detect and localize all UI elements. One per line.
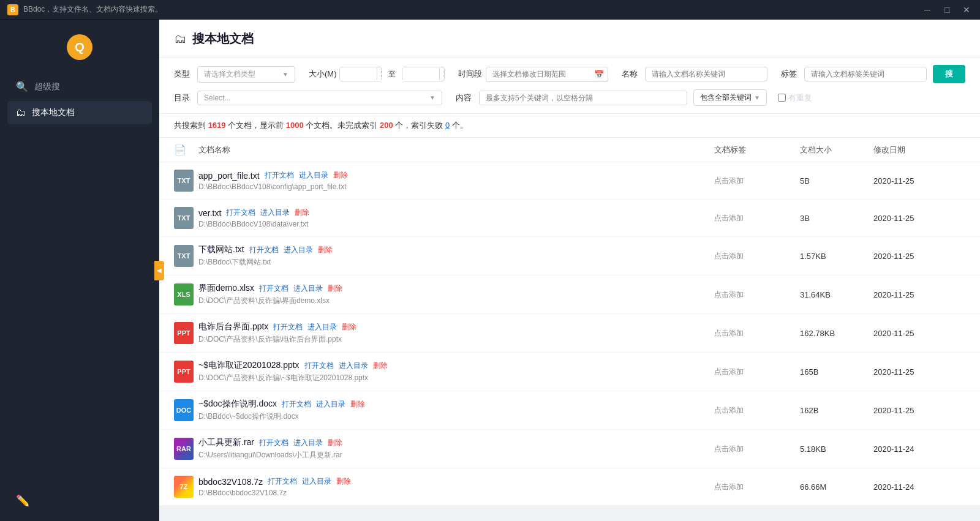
name-input[interactable] <box>645 67 767 81</box>
open-file-link[interactable]: 打开文档 <box>259 438 288 448</box>
delete-file-link[interactable]: 删除 <box>342 322 356 332</box>
maximize-button[interactable]: □ <box>941 4 953 16</box>
table-row[interactable]: 7Z bbdoc32V108.7z 打开文档 进入目录 删除 D:\BBdoc\… <box>159 468 980 506</box>
delete-file-link[interactable]: 删除 <box>328 283 342 294</box>
file-type-badge: DOC <box>174 399 194 421</box>
table-row[interactable]: DOC ~$doc操作说明.docx 打开文档 进入目录 删除 D:\BBdoc… <box>159 391 980 430</box>
file-icon-col: PPT <box>174 322 198 344</box>
minimize-button[interactable]: ─ <box>921 4 933 16</box>
open-file-link[interactable]: 打开文档 <box>282 399 311 410</box>
size-max-input[interactable] <box>402 67 439 81</box>
delete-file-link[interactable]: 删除 <box>318 245 333 255</box>
table-row[interactable]: PPT 电诈后台界面.pptx 打开文档 进入目录 删除 D:\DOC\产品资料… <box>159 314 980 353</box>
file-name-row: 小工具更新.rar 打开文档 进入目录 删除 <box>198 437 714 448</box>
file-name-row: ver.txt 打开文档 进入目录 删除 <box>198 208 714 218</box>
directory-select[interactable]: Select... ▼ <box>197 91 442 105</box>
directory-placeholder: Select... <box>204 94 230 102</box>
header-tags-col: 文档标签 <box>714 144 800 156</box>
size-min-input[interactable] <box>340 67 377 81</box>
results-area: 共搜索到 1619 个文档，显示前 1000 个文档。未完成索引 200 个，索… <box>159 114 980 521</box>
delete-file-link[interactable]: 删除 <box>373 361 388 371</box>
open-file-link[interactable]: 打开文档 <box>268 476 297 487</box>
add-tag-button[interactable]: 点击添加 <box>714 176 744 185</box>
table-row[interactable]: TXT ver.txt 打开文档 进入目录 删除 D:\BBdoc\BBdocV… <box>159 200 980 237</box>
add-tag-button[interactable]: 点击添加 <box>714 444 744 453</box>
file-type-badge: 7Z <box>174 476 194 498</box>
delete-file-link[interactable]: 删除 <box>336 476 351 487</box>
size-min-up[interactable]: ▲ <box>377 68 382 74</box>
table-row[interactable]: TXT 下载网站.txt 打开文档 进入目录 删除 D:\BBdoc\下载网站.… <box>159 237 980 275</box>
open-dir-link[interactable]: 进入目录 <box>307 322 337 332</box>
table-row[interactable]: XLS 界面demo.xlsx 打开文档 进入目录 删除 D:\DOC\产品资料… <box>159 275 980 314</box>
page-title-icon: 🗂 <box>174 32 186 46</box>
content-type-arrow: ▼ <box>754 94 760 101</box>
sidebar-item-super-search[interactable]: 🔍 超级搜 <box>7 75 152 99</box>
filter-row-1: 类型 请选择文档类型 ▼ 大小(M) ▲ ▼ 至 ▲ <box>174 65 965 83</box>
file-path: C:\Users\litiangui\Downloads\小工具更新.rar <box>198 450 714 460</box>
file-size: 5.18KB <box>800 444 873 454</box>
file-size: 162.78KB <box>800 329 873 338</box>
type-placeholder: 请选择文档类型 <box>204 69 255 80</box>
open-dir-link[interactable]: 进入目录 <box>316 399 345 410</box>
file-path: D:\DOC\产品资料\反诈骗\电诈后台界面.pptx <box>198 334 714 345</box>
delete-file-link[interactable]: 删除 <box>333 170 348 181</box>
sidebar-item-local-docs[interactable]: 🗂 搜本地文档 <box>7 101 152 124</box>
add-tag-button[interactable]: 点击添加 <box>714 329 744 337</box>
add-tag-button[interactable]: 点击添加 <box>714 367 744 376</box>
close-button[interactable]: ✕ <box>960 4 973 16</box>
open-dir-link[interactable]: 进入目录 <box>284 245 313 255</box>
file-icon-col: TXT <box>174 207 198 229</box>
file-info: ~$电诈取证20201028.pptx 打开文档 进入目录 删除 D:\DOC\… <box>198 360 714 383</box>
content-type-select[interactable]: 包含全部关键词 ▼ <box>693 89 767 106</box>
add-tag-button[interactable]: 点击添加 <box>714 406 744 414</box>
open-dir-link[interactable]: 进入目录 <box>293 438 323 448</box>
open-file-link[interactable]: 打开文档 <box>265 170 294 181</box>
add-tag-button[interactable]: 点击添加 <box>714 214 744 222</box>
search-button[interactable]: 搜 <box>933 65 965 83</box>
size-max-down[interactable]: ▼ <box>440 74 445 80</box>
open-dir-link[interactable]: 进入目录 <box>293 283 323 294</box>
open-file-link[interactable]: 打开文档 <box>304 361 334 371</box>
time-input-field[interactable] <box>492 70 590 78</box>
open-dir-link[interactable]: 进入目录 <box>339 361 368 371</box>
type-select-arrow: ▼ <box>282 71 288 78</box>
file-type-badge: TXT <box>174 170 194 192</box>
add-tag-button[interactable]: 点击添加 <box>714 482 744 491</box>
open-file-link[interactable]: 打开文档 <box>249 245 279 255</box>
sidebar-edit-button[interactable]: ✏️ <box>7 488 152 514</box>
logo-circle: Q <box>67 34 92 60</box>
size-max-up[interactable]: ▲ <box>440 68 445 74</box>
tag-input[interactable] <box>804 67 927 81</box>
open-file-link[interactable]: 打开文档 <box>273 322 303 332</box>
open-dir-link[interactable]: 进入目录 <box>260 208 290 218</box>
sidebar-collapse-button[interactable]: ◀ <box>154 261 164 280</box>
file-size: 31.64KB <box>800 290 873 299</box>
add-tag-button[interactable]: 点击添加 <box>714 290 744 299</box>
size-min-down[interactable]: ▼ <box>377 74 382 80</box>
results-table: 共搜索到 1619 个文档，显示前 1000 个文档。未完成索引 200 个，索… <box>159 114 980 506</box>
content-input[interactable] <box>479 91 687 105</box>
delete-file-link[interactable]: 删除 <box>350 399 365 410</box>
time-date-input[interactable]: 📅 <box>486 67 608 82</box>
repeat-checkbox[interactable] <box>778 94 786 102</box>
file-name: ~$doc操作说明.docx <box>198 399 277 410</box>
open-dir-link[interactable]: 进入目录 <box>302 476 331 487</box>
titlebar: B BBdoc，支持文件名、文档内容快速搜索。 ─ □ ✕ <box>0 0 980 20</box>
repeat-label: 有重复 <box>788 92 812 103</box>
open-file-link[interactable]: 打开文档 <box>226 208 255 218</box>
type-select[interactable]: 请选择文档类型 ▼ <box>197 66 295 83</box>
file-info: 下载网站.txt 打开文档 进入目录 删除 D:\BBdoc\下载网站.txt <box>198 244 714 268</box>
file-tags: 点击添加 <box>714 328 800 339</box>
delete-file-link[interactable]: 删除 <box>328 438 342 448</box>
table-row[interactable]: TXT app_port_file.txt 打开文档 进入目录 删除 D:\BB… <box>159 162 980 200</box>
header-size-col: 文档大小 <box>800 144 873 156</box>
local-docs-icon: 🗂 <box>16 107 26 118</box>
table-row[interactable]: PPT ~$电诈取证20201028.pptx 打开文档 进入目录 删除 D:\… <box>159 353 980 391</box>
add-tag-button[interactable]: 点击添加 <box>714 252 744 260</box>
failed-count[interactable]: 0 <box>445 121 450 130</box>
open-file-link[interactable]: 打开文档 <box>259 283 288 294</box>
table-header: 📄 文档名称 文档标签 文档大小 修改日期 <box>159 138 980 162</box>
delete-file-link[interactable]: 删除 <box>295 208 309 218</box>
table-row[interactable]: RAR 小工具更新.rar 打开文档 进入目录 删除 C:\Users\liti… <box>159 430 980 468</box>
open-dir-link[interactable]: 进入目录 <box>299 170 328 181</box>
